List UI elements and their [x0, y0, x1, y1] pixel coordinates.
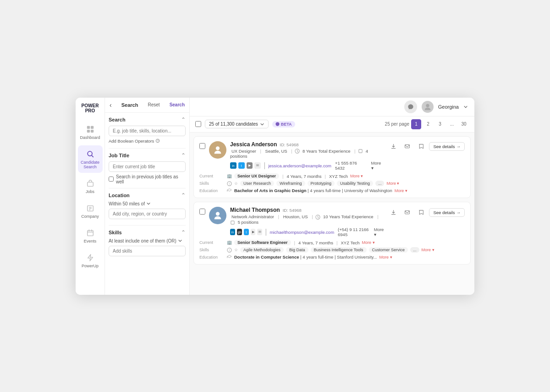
back-button[interactable]: ‹ [110, 101, 112, 109]
location-radius-dropdown[interactable]: Within 50 miles of [109, 201, 186, 206]
user-dropdown-icon[interactable] [463, 105, 468, 109]
email-icon[interactable]: ✉ [254, 162, 261, 169]
michael-skills-more[interactable]: More ▾ [422, 248, 434, 252]
skills-info-icon: i [227, 181, 232, 186]
sidebar-item-candidate-search[interactable]: Candidate Search [78, 145, 103, 173]
jessica-email[interactable]: jessica.anderson@example.com [268, 163, 331, 168]
dashboard-icon [85, 124, 95, 134]
svg-rect-1 [90, 126, 93, 128]
michael-current-role: Senior Software Engineer [234, 240, 291, 245]
jessica-message-button[interactable] [402, 141, 412, 152]
michael-skills-row: Skills i ☆ Agile Methodologies Big Data … [199, 247, 465, 253]
github-icon-m[interactable]: gh [237, 229, 242, 235]
twitter-icon-m[interactable]: t [244, 229, 249, 235]
skills-label: Skills [109, 230, 122, 235]
page-3-button[interactable]: 3 [435, 119, 445, 129]
svg-rect-2 [87, 129, 89, 132]
michael-save-button[interactable] [415, 207, 426, 218]
svg-rect-6 [87, 182, 93, 186]
twitter-icon[interactable]: t [238, 162, 245, 169]
michael-email[interactable]: michaelthompson@example.com [270, 230, 334, 235]
candidates-count-text: 25 of 11,300 candidates [209, 121, 258, 127]
jessica-current-role: Senior UX Designer [234, 173, 279, 179]
job-title-toggle[interactable]: ⌃ [181, 152, 186, 159]
michael-more-link[interactable]: More ▾ [374, 227, 385, 237]
job-title-input[interactable] [109, 161, 186, 172]
jessica-current-more[interactable]: More ▾ [350, 174, 363, 178]
email-icon-m[interactable]: ✉ [257, 229, 262, 235]
search-panel: ‹ Search Reset Search Search ⌃ Add Boole… [105, 98, 190, 295]
michael-select-checkbox[interactable] [199, 209, 205, 215]
search-panel-header: ‹ Search Reset Search [105, 98, 189, 113]
michael-see-details-button[interactable]: See details → [429, 208, 465, 217]
add-boolean-button[interactable]: Add Boolean Operators ? [109, 138, 186, 144]
github-icon[interactable]: ▶ [247, 162, 253, 169]
page-last-button[interactable]: 30 [459, 119, 469, 129]
michael-meta: Network Administrator | Houston, US | 10… [230, 214, 384, 225]
skills-section-header: Skills ⌃ [109, 229, 186, 236]
general-search-input[interactable] [109, 126, 186, 136]
skills-input[interactable] [109, 246, 186, 256]
search-icon [85, 149, 95, 159]
michael-socials: in gh t ▶ ✉ | michaelthompson@example.co… [230, 227, 384, 237]
linkedin-icon-m[interactable]: in [230, 229, 235, 235]
jessica-select-checkbox[interactable] [199, 143, 205, 149]
jessica-phone: +1 555 876 5432 [335, 160, 368, 171]
michael-download-button[interactable] [388, 207, 399, 218]
pagination: 25 per page 1 2 3 ... 30 [385, 119, 469, 129]
page-1-button[interactable]: 1 [411, 119, 421, 129]
jessica-skills-more[interactable]: More ▾ [386, 181, 399, 186]
svg-rect-28 [405, 210, 410, 214]
michael-education-row: Education Doctorate in Computer Science … [199, 254, 465, 259]
candidate-card-michael-thompson: Michael Thompson ID: 54968 Network Admin… [193, 202, 471, 265]
page-2-button[interactable]: 2 [423, 119, 433, 129]
prev-titles-checkbox[interactable] [109, 177, 114, 182]
michael-message-button[interactable] [402, 207, 412, 218]
svg-line-5 [92, 155, 93, 157]
sidebar-item-powerup[interactable]: PowerUp [78, 249, 103, 272]
michael-current-more[interactable]: More ▾ [362, 240, 375, 245]
app-logo: POWER PRO [82, 103, 99, 113]
sidebar-item-jobs[interactable]: Jobs [78, 175, 103, 198]
sidebar-item-dashboard[interactable]: Dashboard [78, 121, 103, 144]
candidates-count-dropdown[interactable]: 25 of 11,300 candidates [205, 120, 269, 128]
sidebar-item-company[interactable]: Company [78, 199, 103, 222]
location-input[interactable] [109, 209, 186, 219]
search-section-toggle[interactable]: ⌃ [181, 116, 186, 123]
linkedin-icon[interactable]: in [230, 162, 236, 169]
company-icon [85, 203, 95, 213]
jessica-see-details-button[interactable]: See details → [429, 142, 465, 151]
search-section-title: Search [109, 117, 126, 122]
select-all-checkbox[interactable] [195, 121, 201, 127]
michael-edu-more[interactable]: More ▾ [380, 255, 392, 259]
reset-button[interactable]: Reset [148, 102, 160, 107]
top-bar: Georgina [190, 98, 474, 116]
michael-current-row: Current 🏢 Senior Software Engineer | 4 Y… [199, 240, 465, 245]
user-name[interactable]: Georgina [438, 104, 459, 110]
jobs-icon [85, 178, 95, 188]
location-toggle[interactable]: ⌃ [181, 192, 186, 199]
svg-text:i: i [229, 248, 230, 252]
jessica-id: ID: 54968 [280, 142, 298, 147]
jessica-more-link[interactable]: More ▾ [371, 160, 385, 171]
svg-point-18 [275, 122, 279, 126]
jessica-name: Jessica Anderson [230, 141, 277, 148]
jessica-actions: See details → [388, 141, 465, 152]
beta-badge: BETA [272, 121, 295, 127]
page-dots: ... [447, 119, 457, 129]
michael-skills-info-icon: i [227, 248, 232, 253]
skills-qualifier-dropdown[interactable]: At least include one of them (OR) [109, 238, 186, 243]
jessica-edu-more[interactable]: More ▾ [395, 188, 407, 193]
jessica-download-button[interactable] [388, 141, 399, 152]
michael-id: ID: 54968 [283, 208, 302, 213]
video-icon-m[interactable]: ▶ [251, 229, 256, 235]
skills-toggle[interactable]: ⌃ [181, 229, 186, 236]
search-section-header: Search ⌃ [109, 116, 186, 123]
svg-point-19 [216, 146, 220, 150]
sidebar-item-events[interactable]: Events [78, 224, 103, 247]
jessica-save-button[interactable] [415, 141, 426, 152]
messenger-button[interactable] [404, 100, 417, 113]
sidebar-item-label: Jobs [86, 189, 94, 194]
sidebar-item-label: Events [84, 239, 97, 243]
search-submit-button[interactable]: Search [170, 102, 185, 107]
